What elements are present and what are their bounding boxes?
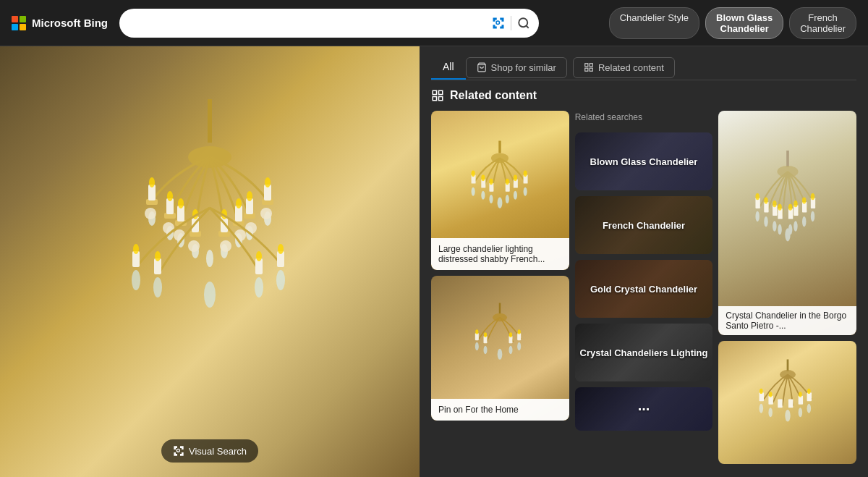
- bing-logo-grid: [12, 16, 26, 30]
- svg-point-82: [506, 179, 509, 185]
- chip-blown-glass[interactable]: Blown GlassChandelier: [705, 7, 783, 39]
- svg-point-141: [807, 389, 811, 394]
- tab-all[interactable]: All: [431, 55, 466, 80]
- svg-point-122: [788, 204, 792, 211]
- svg-point-146: [768, 408, 773, 417]
- svg-point-98: [484, 332, 487, 337]
- svg-point-21: [149, 177, 155, 187]
- svg-point-83: [472, 187, 475, 196]
- svg-point-101: [517, 342, 521, 351]
- svg-point-58: [204, 282, 216, 308]
- svg-point-80: [514, 175, 517, 182]
- svg-point-103: [509, 346, 513, 355]
- svg-rect-68: [439, 97, 443, 101]
- header: Microsoft Bing Chandelier Style Blown Gl…: [0, 0, 868, 46]
- svg-point-117: [764, 198, 767, 204]
- chip-french-chandelier[interactable]: FrenchChandelier: [789, 7, 856, 39]
- svg-point-0: [496, 21, 500, 25]
- svg-rect-139: [788, 399, 793, 408]
- svg-rect-61: [585, 64, 588, 67]
- svg-point-57: [255, 277, 263, 297]
- svg-point-53: [256, 251, 262, 261]
- svg-point-51: [278, 244, 284, 254]
- svg-point-129: [778, 224, 781, 235]
- svg-point-121: [778, 204, 781, 211]
- svg-point-42: [174, 229, 185, 241]
- svg-point-148: [785, 410, 790, 422]
- svg-point-143: [799, 392, 802, 397]
- svg-point-59: [176, 449, 179, 452]
- svg-point-87: [490, 195, 493, 203]
- grid-item-tall-1[interactable]: Crystal Chandelier in the Borgo Santo Pi…: [718, 111, 856, 335]
- search-divider: [511, 16, 511, 30]
- svg-point-25: [178, 198, 184, 208]
- left-panel: Visual Search: [0, 46, 420, 477]
- chandelier-illustration: [58, 99, 362, 425]
- grid-col-2: Related searches Blown Glass Chandelier …: [575, 111, 713, 464]
- svg-point-124: [810, 211, 814, 222]
- svg-point-52: [155, 251, 161, 261]
- svg-point-22: [265, 177, 271, 187]
- svg-point-23: [167, 191, 173, 201]
- svg-point-131: [785, 228, 790, 241]
- main-image[interactable]: [0, 46, 420, 477]
- svg-rect-64: [590, 68, 592, 71]
- svg-point-120: [793, 200, 797, 207]
- tab-shop-similar[interactable]: Shop for similar: [466, 57, 567, 78]
- svg-point-88: [506, 195, 509, 203]
- svg-point-118: [802, 198, 806, 204]
- svg-point-125: [764, 216, 767, 227]
- chip-chandelier-style[interactable]: Chandelier Style: [609, 7, 699, 39]
- related-item-crystal-chandeliers[interactable]: Crystal Chandeliers Lighting: [575, 324, 713, 381]
- svg-point-56: [153, 277, 162, 297]
- grid-item-2-caption: Pin on For the Home: [431, 399, 569, 421]
- grid-item-tall-2[interactable]: [718, 341, 856, 464]
- svg-point-50: [133, 244, 139, 254]
- svg-point-37: [206, 250, 213, 267]
- svg-point-126: [802, 216, 806, 227]
- grid-item-1[interactable]: Large chandelier lighting distressed sha…: [431, 111, 569, 270]
- svg-point-26: [236, 198, 242, 208]
- svg-point-142: [769, 392, 773, 397]
- svg-line-2: [526, 25, 528, 28]
- search-button[interactable]: [517, 17, 530, 30]
- svg-point-100: [475, 342, 479, 351]
- svg-point-140: [760, 389, 763, 394]
- svg-point-24: [247, 191, 252, 201]
- main-content: Visual Search All Shop for similar: [0, 46, 868, 477]
- svg-point-86: [514, 191, 517, 200]
- svg-point-44: [188, 240, 200, 252]
- grid-item-2[interactable]: Pin on For the Home: [431, 276, 569, 421]
- svg-point-116: [810, 193, 814, 200]
- svg-point-128: [793, 221, 797, 232]
- related-content-icon: [431, 89, 444, 102]
- visual-search-icon[interactable]: [492, 17, 505, 30]
- search-input[interactable]: [128, 17, 486, 29]
- related-item-more[interactable]: ···: [575, 387, 713, 431]
- chandelier-image-tall-1: [718, 111, 856, 335]
- svg-point-145: [807, 404, 811, 413]
- tab-related-content[interactable]: Related content: [573, 57, 675, 78]
- svg-point-102: [484, 346, 488, 355]
- svg-rect-136: [768, 396, 773, 405]
- chandelier-icon-2: [464, 301, 536, 395]
- chips-container: Chandelier Style Blown GlassChandelier F…: [609, 7, 856, 39]
- related-searches-title: Related searches: [575, 111, 713, 124]
- visual-search-button[interactable]: Visual Search: [161, 439, 258, 463]
- grid-col-1: Large chandelier lighting distressed sha…: [431, 111, 569, 464]
- svg-point-84: [524, 187, 527, 196]
- right-panel: All Shop for similar Related content: [420, 46, 868, 477]
- svg-point-43: [234, 229, 246, 241]
- related-item-french-chandelier[interactable]: French Chandelier: [575, 196, 713, 254]
- logo-text: Microsoft Bing: [32, 17, 108, 29]
- related-item-blown-glass[interactable]: Blown Glass Chandelier: [575, 132, 713, 190]
- chandelier-icon-tall-1: [741, 151, 835, 295]
- svg-point-54: [132, 270, 140, 290]
- svg-point-147: [798, 408, 802, 417]
- svg-point-144: [759, 404, 763, 413]
- related-item-gold-crystal[interactable]: Gold Crystal Chandelier: [575, 260, 713, 318]
- grid-item-1-caption: Large chandelier lighting distressed sha…: [431, 238, 569, 270]
- svg-point-104: [498, 349, 503, 360]
- logo[interactable]: Microsoft Bing: [12, 16, 108, 30]
- svg-point-97: [518, 329, 521, 334]
